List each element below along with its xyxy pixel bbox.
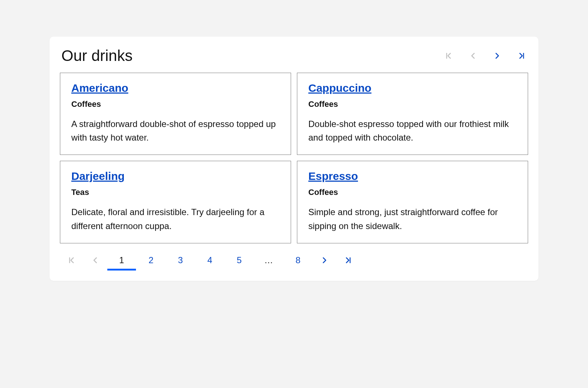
chevron-right-icon	[321, 257, 328, 264]
first-page-button	[444, 51, 454, 61]
drink-name-link[interactable]: Espresso	[308, 170, 358, 182]
prev-page-button	[468, 51, 478, 61]
page-number[interactable]: 2	[136, 250, 166, 271]
top-pagination	[444, 51, 527, 61]
panel-header: Our drinks	[60, 47, 528, 65]
page-number[interactable]: 4	[195, 250, 225, 271]
drink-description: Double-shot espresso topped with our fro…	[308, 117, 517, 144]
drink-category: Coffees	[308, 188, 517, 197]
last-page-button[interactable]	[516, 51, 527, 61]
chevron-left-icon	[470, 52, 476, 59]
page-number[interactable]: 5	[225, 250, 254, 271]
drink-card: Espresso Coffees Simple and strong, just…	[297, 161, 528, 243]
last-page-icon	[518, 52, 525, 59]
last-page-icon	[345, 257, 351, 264]
drink-category: Coffees	[71, 99, 280, 109]
drink-name-link[interactable]: Darjeeling	[71, 170, 125, 182]
page-number-current[interactable]: 1	[107, 250, 136, 271]
drink-card: Cappuccino Coffees Double-shot espresso …	[297, 73, 528, 155]
drink-card: Darjeeling Teas Delicate, floral and irr…	[60, 161, 291, 243]
drink-description: Simple and strong, just straightforward …	[308, 205, 517, 232]
next-page-button[interactable]	[313, 250, 336, 271]
first-page-icon	[445, 52, 452, 59]
drink-category: Teas	[71, 188, 280, 197]
first-page-icon	[68, 257, 75, 264]
drink-card: Americano Coffees A straightforward doub…	[60, 73, 291, 155]
chevron-left-icon	[92, 257, 98, 264]
drinks-panel: Our drinks Americano Coffees A straightf…	[50, 37, 538, 281]
drink-description: Delicate, floral and irresistible. Try d…	[71, 205, 280, 232]
drink-name-link[interactable]: Americano	[71, 82, 128, 94]
chevron-right-icon	[494, 52, 501, 59]
page-number-last[interactable]: 8	[283, 250, 313, 271]
next-page-button[interactable]	[492, 51, 502, 61]
page-number[interactable]: 3	[166, 250, 195, 271]
first-page-button	[60, 250, 83, 271]
drink-name-link[interactable]: Cappuccino	[308, 82, 372, 94]
bottom-pagination: 1 2 3 4 5 … 8	[60, 250, 528, 271]
page-title: Our drinks	[61, 47, 133, 65]
drink-category: Coffees	[308, 99, 517, 109]
last-page-button[interactable]	[336, 250, 360, 271]
page-ellipsis: …	[254, 250, 283, 271]
cards-grid: Americano Coffees A straightforward doub…	[60, 73, 528, 243]
prev-page-button	[83, 250, 107, 271]
drink-description: A straightforward double-shot of espress…	[71, 117, 280, 144]
